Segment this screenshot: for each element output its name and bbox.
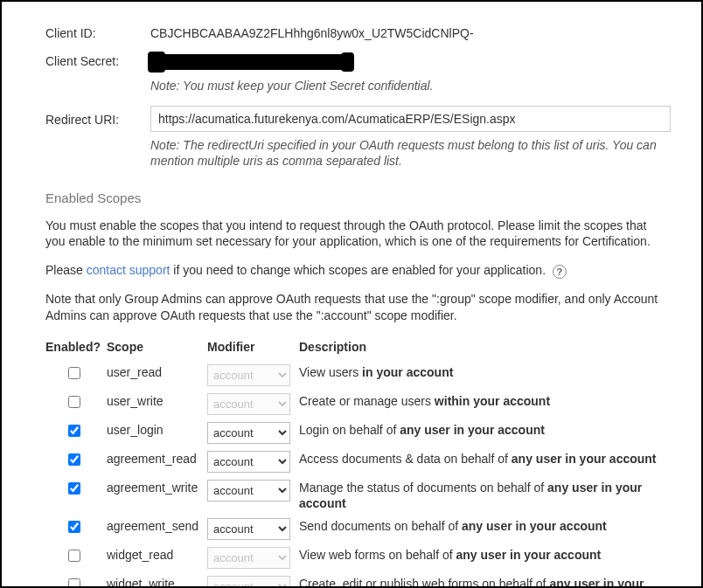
scope-enabled-checkbox[interactable] <box>68 453 80 466</box>
scope-modifier-select[interactable]: account <box>207 422 290 444</box>
col-description-header: Description <box>299 336 666 361</box>
scope-modifier-select: account <box>207 576 290 588</box>
scope-description: Login on behalf of any user in your acco… <box>299 419 666 447</box>
scope-name: user_login <box>107 419 207 447</box>
col-modifier-header: Modifier <box>207 336 299 361</box>
contact-support-link[interactable]: contact support <box>87 263 171 277</box>
scope-enabled-checkbox[interactable] <box>68 367 80 379</box>
table-row: agreement_readaccountAccess documents & … <box>45 447 666 476</box>
scope-enabled-checkbox[interactable] <box>68 578 80 588</box>
col-scope-header: Scope <box>107 336 207 361</box>
scope-enabled-checkbox[interactable] <box>68 550 80 562</box>
scope-enabled-checkbox[interactable] <box>68 521 80 533</box>
redirect-uri-input[interactable] <box>150 106 671 132</box>
scope-description: Access documents & data on behalf of any… <box>299 447 666 476</box>
scope-description: Manage the status of documents on behalf… <box>299 476 666 515</box>
client-secret-note: Note: You must keep your Client Secret c… <box>150 78 666 93</box>
redirect-uri-label: Redirect URI: <box>45 106 150 127</box>
col-enabled-header: Enabled? <box>45 336 107 361</box>
scope-enabled-checkbox[interactable] <box>68 425 80 437</box>
scope-name: agreement_read <box>107 447 207 476</box>
redirect-uri-note: Note: The redirectUri specified in your … <box>150 137 671 169</box>
scope-modifier-select[interactable]: account <box>207 480 290 502</box>
scope-modifier-select: account <box>207 364 290 386</box>
scopes-contact-post: if you need to change which scopes are e… <box>170 263 549 277</box>
scope-description: View users in your account <box>299 361 666 390</box>
scope-modifier-select: account <box>207 393 290 415</box>
scope-modifier-select[interactable]: account <box>207 518 290 540</box>
table-row: user_readaccountView users in your accou… <box>45 361 666 390</box>
scopes-contact-pre: Please <box>45 263 87 277</box>
scope-description: View web forms on behalf of any user in … <box>299 543 666 572</box>
table-row: user_writeaccountCreate or manage users … <box>45 390 666 419</box>
client-secret-redacted <box>150 54 352 70</box>
client-id-label: Client ID: <box>45 19 150 40</box>
table-row: widget_writeaccountCreate, edit or publi… <box>45 572 666 588</box>
scope-description: Create or manage users within your accou… <box>299 390 666 419</box>
scope-enabled-checkbox[interactable] <box>68 396 80 408</box>
scope-modifier-select: account <box>207 547 290 569</box>
table-row: agreement_sendaccountSend documents on b… <box>45 515 666 543</box>
scope-description: Create, edit or publish web forms on beh… <box>299 572 666 588</box>
scope-name: user_write <box>107 390 207 419</box>
scopes-intro-text: You must enable the scopes that you inte… <box>45 218 666 251</box>
scopes-table: Enabled? Scope Modifier Description user… <box>45 336 666 588</box>
table-row: agreement_writeaccountManage the status … <box>45 476 666 515</box>
scope-enabled-checkbox[interactable] <box>68 482 80 495</box>
scope-description: Send documents on behalf of any user in … <box>299 515 666 543</box>
scope-name: widget_read <box>107 543 207 572</box>
scope-name: agreement_send <box>107 515 207 543</box>
scope-name: user_read <box>107 361 207 390</box>
enabled-scopes-header: Enabled Scopes <box>45 190 666 205</box>
client-secret-label: Client Secret: <box>45 47 150 68</box>
table-row: widget_readaccountView web forms on beha… <box>45 543 666 572</box>
table-row: user_loginaccountLogin on behalf of any … <box>45 419 666 447</box>
scopes-admin-note: Note that only Group Admins can approve … <box>45 291 666 324</box>
client-id-value: CBJCHBCAABAA9Z2FLHhhg6nl8yw0x_U2TW5CidCN… <box>150 19 666 40</box>
help-icon[interactable]: ? <box>553 265 567 279</box>
scope-name: agreement_write <box>107 476 207 515</box>
scope-name: widget_write <box>107 572 207 588</box>
scope-modifier-select[interactable]: account <box>207 451 290 473</box>
